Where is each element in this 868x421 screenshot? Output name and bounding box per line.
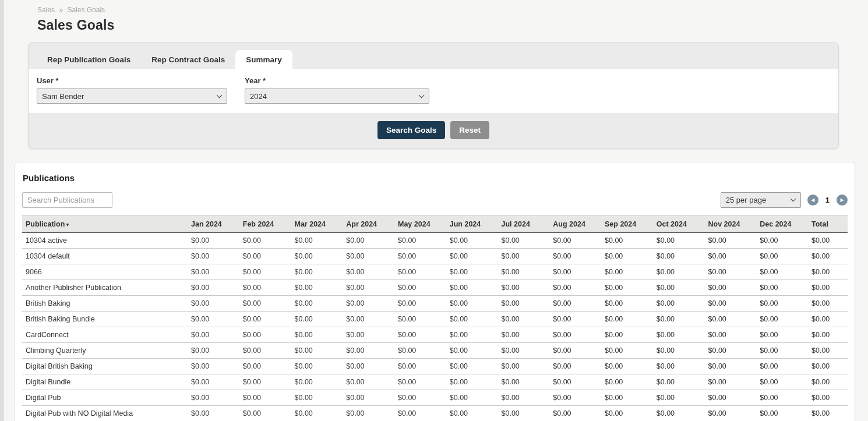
goal-cell: $0.00: [601, 327, 653, 343]
goal-cell: $0.00: [601, 280, 653, 296]
goal-cell: $0.00: [808, 359, 848, 374]
column-header-may-2024[interactable]: May 2024: [394, 216, 446, 233]
goal-cell: $0.00: [601, 406, 653, 421]
year-field: Year * 2024: [245, 76, 429, 104]
column-header-aug-2024[interactable]: Aug 2024: [549, 216, 601, 233]
next-page-button[interactable]: ▶: [837, 194, 848, 206]
tab-rep-publication-goals[interactable]: Rep Publication Goals: [37, 50, 141, 69]
goal-cell: $0.00: [498, 359, 550, 374]
goal-cell: $0.00: [239, 327, 291, 343]
publications-table: Publication▾Jan 2024Feb 2024Mar 2024Apr …: [22, 215, 848, 421]
goal-cell: $0.00: [705, 312, 757, 327]
table-row: Digital British Baking$0.00$0.00$0.00$0.…: [22, 359, 848, 374]
goal-cell: $0.00: [808, 312, 848, 327]
breadcrumb-parent[interactable]: Sales: [37, 6, 55, 14]
user-select[interactable]: Sam Bender: [37, 89, 227, 104]
goal-cell: $0.00: [549, 359, 601, 374]
goal-cell: $0.00: [653, 374, 705, 390]
goal-cell: $0.00: [756, 343, 808, 359]
column-header-jul-2024[interactable]: Jul 2024: [498, 216, 550, 233]
goal-cell: $0.00: [549, 390, 601, 406]
goal-cell: $0.00: [498, 249, 550, 264]
column-header-apr-2024[interactable]: Apr 2024: [343, 216, 394, 233]
goal-cell: $0.00: [549, 374, 601, 390]
tab-rep-contract-goals[interactable]: Rep Contract Goals: [141, 50, 235, 69]
column-header-mar-2024[interactable]: Mar 2024: [291, 216, 343, 233]
goal-cell: $0.00: [653, 359, 705, 374]
column-header-nov-2024[interactable]: Nov 2024: [705, 216, 757, 233]
goal-cell: $0.00: [756, 296, 808, 312]
table-row: 10304 default$0.00$0.00$0.00$0.00$0.00$0…: [22, 249, 848, 264]
column-header-jan-2024[interactable]: Jan 2024: [188, 216, 239, 233]
goal-cell: $0.00: [705, 280, 757, 296]
column-header-jun-2024[interactable]: Jun 2024: [446, 216, 498, 233]
goal-cell: $0.00: [498, 264, 550, 280]
filter-panel: Rep Publication GoalsRep Contract GoalsS…: [28, 42, 839, 149]
table-row: Digital Pub$0.00$0.00$0.00$0.00$0.00$0.0…: [22, 390, 848, 406]
goal-cell: $0.00: [601, 233, 653, 249]
column-header-dec-2024[interactable]: Dec 2024: [756, 216, 808, 233]
goal-cell: $0.00: [446, 264, 498, 280]
tab-bar: Rep Publication GoalsRep Contract GoalsS…: [29, 43, 838, 69]
column-header-oct-2024[interactable]: Oct 2024: [653, 216, 705, 233]
goal-cell: $0.00: [808, 280, 848, 296]
goal-cell: $0.00: [808, 296, 848, 312]
goal-cell: $0.00: [549, 280, 601, 296]
table-header-row: Publication▾Jan 2024Feb 2024Mar 2024Apr …: [22, 216, 848, 233]
goal-cell: $0.00: [343, 327, 394, 343]
goal-cell: $0.00: [188, 296, 239, 312]
goal-cell: $0.00: [239, 359, 291, 374]
goal-cell: $0.00: [808, 264, 848, 280]
goal-cell: $0.00: [239, 233, 291, 249]
goal-cell: $0.00: [653, 280, 705, 296]
column-header-publication[interactable]: Publication▾: [22, 216, 188, 233]
goal-cell: $0.00: [291, 327, 343, 343]
goal-cell: $0.00: [239, 249, 291, 264]
goal-cell: $0.00: [498, 280, 550, 296]
reset-button[interactable]: Reset: [450, 121, 489, 139]
goal-cell: $0.00: [601, 374, 653, 390]
goal-cell: $0.00: [808, 233, 848, 249]
goal-cell: $0.00: [446, 233, 498, 249]
goal-cell: $0.00: [446, 343, 498, 359]
goal-cell: $0.00: [549, 327, 601, 343]
goal-cell: $0.00: [239, 343, 291, 359]
goal-cell: $0.00: [756, 280, 808, 296]
goal-cell: $0.00: [188, 233, 239, 249]
goal-cell: $0.00: [705, 390, 757, 406]
table-row: Climbing Quarterly$0.00$0.00$0.00$0.00$0…: [22, 343, 848, 359]
goal-cell: $0.00: [188, 359, 239, 374]
goal-cell: $0.00: [291, 264, 343, 280]
year-select[interactable]: 2024: [245, 89, 429, 104]
search-goals-button[interactable]: Search Goals: [377, 121, 445, 139]
goal-cell: $0.00: [705, 343, 757, 359]
tab-summary[interactable]: Summary: [235, 50, 292, 69]
goal-cell: $0.00: [239, 296, 291, 312]
per-page-select[interactable]: 25 per page: [721, 192, 801, 208]
search-publications-input[interactable]: [22, 192, 112, 208]
goal-cell: $0.00: [653, 327, 705, 343]
goal-cell: $0.00: [601, 359, 653, 374]
year-label: Year *: [245, 76, 429, 85]
goal-cell: $0.00: [808, 406, 848, 421]
goal-cell: $0.00: [239, 312, 291, 327]
goal-cell: $0.00: [343, 249, 394, 264]
page-title: Sales Goals: [37, 17, 868, 33]
goal-cell: $0.00: [756, 249, 808, 264]
filter-form: User * Sam Bender Year * 2024: [29, 69, 838, 113]
goal-cell: $0.00: [291, 390, 343, 406]
goal-cell: $0.00: [239, 390, 291, 406]
goal-cell: $0.00: [808, 390, 848, 406]
prev-page-button[interactable]: ◀: [807, 194, 818, 206]
column-header-total[interactable]: Total: [808, 216, 848, 233]
goal-cell: $0.00: [498, 233, 550, 249]
table-row: 10304 active$0.00$0.00$0.00$0.00$0.00$0.…: [22, 233, 848, 249]
next-arrow-icon: ▶: [840, 194, 844, 206]
column-header-feb-2024[interactable]: Feb 2024: [239, 216, 291, 233]
goal-cell: $0.00: [705, 327, 757, 343]
publication-name: Another Publisher Publication: [22, 280, 188, 296]
column-header-sep-2024[interactable]: Sep 2024: [601, 216, 653, 233]
goal-cell: $0.00: [498, 343, 550, 359]
goal-cell: $0.00: [291, 233, 343, 249]
goal-cell: $0.00: [343, 233, 394, 249]
